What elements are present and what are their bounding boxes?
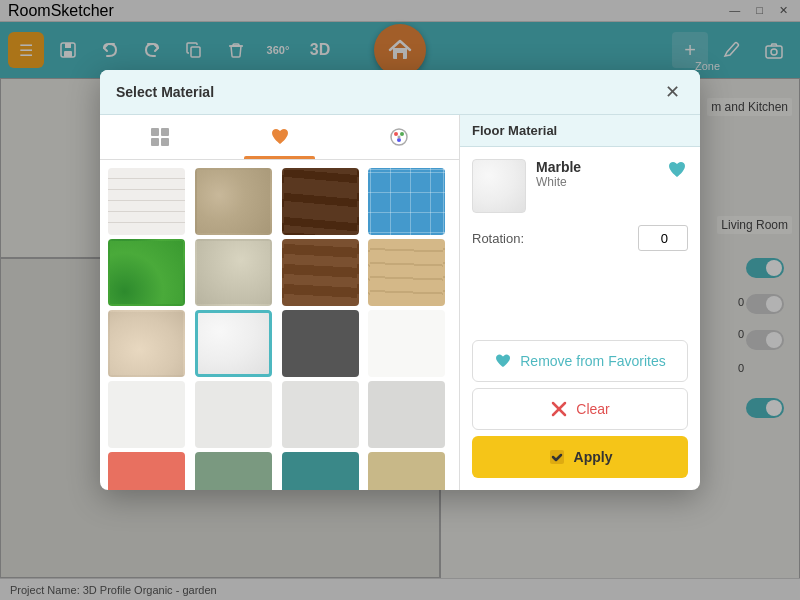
- rotation-input[interactable]: [638, 225, 688, 251]
- clear-label: Clear: [576, 401, 609, 417]
- svg-point-13: [400, 132, 404, 136]
- material-subname: White: [536, 175, 656, 189]
- close-dialog-button[interactable]: ✕: [660, 80, 684, 104]
- material-dark-wood[interactable]: [282, 168, 359, 235]
- dialog-body: Floor Material Marble White: [100, 115, 700, 490]
- apply-icon: [548, 448, 566, 466]
- material-preview: [472, 159, 526, 213]
- svg-rect-7: [151, 128, 159, 136]
- material-name-block: Marble White: [536, 159, 656, 189]
- material-sage[interactable]: [195, 452, 272, 490]
- material-stone[interactable]: [195, 168, 272, 235]
- material-empty-5[interactable]: [368, 381, 445, 448]
- material-empty-3[interactable]: [195, 381, 272, 448]
- material-granite[interactable]: [195, 239, 272, 306]
- material-name: Marble: [536, 159, 656, 175]
- modal-overlay: Select Material ✕: [0, 0, 800, 600]
- material-blue-tile[interactable]: [368, 168, 445, 235]
- material-panel: [100, 115, 460, 490]
- material-info: Marble White: [472, 159, 688, 213]
- material-grass[interactable]: [108, 239, 185, 306]
- svg-point-14: [397, 138, 401, 142]
- dialog-title: Select Material: [116, 84, 214, 100]
- material-empty-2[interactable]: [108, 381, 185, 448]
- svg-point-12: [394, 132, 398, 136]
- grid-icon: [149, 126, 171, 148]
- material-white-marble[interactable]: [195, 310, 272, 377]
- material-grid: [100, 160, 459, 490]
- svg-rect-8: [161, 128, 169, 136]
- material-empty-1[interactable]: [368, 310, 445, 377]
- apply-button[interactable]: Apply: [472, 436, 688, 478]
- action-buttons: Remove from Favorites Clear: [460, 332, 700, 490]
- material-teal[interactable]: [282, 452, 359, 490]
- material-light-wood[interactable]: [368, 239, 445, 306]
- favorite-heart-icon[interactable]: [666, 159, 688, 186]
- material-tan[interactable]: [368, 452, 445, 490]
- tab-palette[interactable]: [339, 115, 459, 159]
- svg-rect-9: [151, 138, 159, 146]
- clear-button[interactable]: Clear: [472, 388, 688, 430]
- select-material-dialog: Select Material ✕: [100, 70, 700, 490]
- material-med-wood[interactable]: [282, 239, 359, 306]
- clear-icon: [550, 400, 568, 418]
- material-salmon[interactable]: [108, 452, 185, 490]
- apply-label: Apply: [574, 449, 613, 465]
- tab-all[interactable]: [100, 115, 220, 159]
- heart-tab-icon: [269, 126, 291, 148]
- rotation-row: Rotation:: [472, 225, 688, 251]
- svg-rect-10: [161, 138, 169, 146]
- tab-bar: [100, 115, 459, 160]
- floor-material-label: Floor Material: [460, 115, 700, 147]
- remove-favorites-label: Remove from Favorites: [520, 353, 665, 369]
- remove-favorites-button[interactable]: Remove from Favorites: [472, 340, 688, 382]
- material-dark-gray[interactable]: [282, 310, 359, 377]
- material-white-brick[interactable]: [108, 168, 185, 235]
- svg-point-15: [398, 136, 401, 139]
- detail-content: Marble White Rotation:: [460, 147, 700, 332]
- material-marble-beige[interactable]: [108, 310, 185, 377]
- material-empty-4[interactable]: [282, 381, 359, 448]
- rotation-label: Rotation:: [472, 231, 524, 246]
- tab-favorites[interactable]: [220, 115, 340, 159]
- heart-remove-icon: [494, 352, 512, 370]
- palette-icon: [388, 126, 410, 148]
- dialog-header: Select Material ✕: [100, 70, 700, 115]
- detail-panel: Floor Material Marble White: [460, 115, 700, 490]
